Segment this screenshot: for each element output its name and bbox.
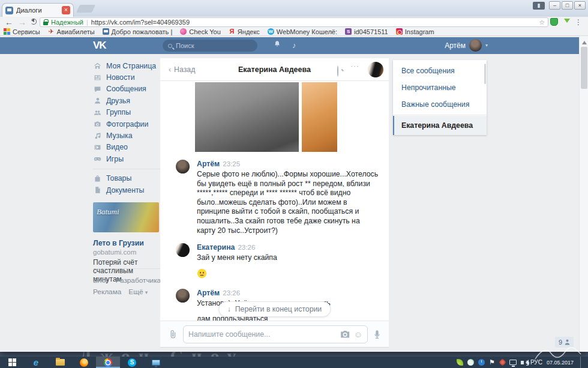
sidebar-item-games[interactable]: Игры — [93, 153, 160, 164]
avatar[interactable] — [176, 289, 190, 303]
sidebar-item-profile[interactable]: Моя Страница — [93, 60, 160, 71]
dialog-item-selected[interactable]: Екатерина Авдеева — [393, 116, 487, 135]
message: Артём23:25 Серые фото не люблю)...Формы … — [160, 152, 389, 235]
filter-all-messages[interactable]: Все сообщения — [393, 62, 487, 79]
music-icon[interactable]: ♪ — [292, 41, 296, 50]
gamepad-icon — [93, 155, 101, 163]
avatar[interactable] — [176, 160, 190, 173]
filter-important[interactable]: Важные сообщения — [393, 96, 487, 113]
footer-link-ads[interactable]: Реклама — [93, 288, 121, 296]
footer-link-developers[interactable]: Разработчикам — [116, 276, 166, 285]
sidebar-item-market[interactable]: Товары — [93, 173, 160, 184]
sidebar-item-music[interactable]: Музыка — [93, 130, 160, 141]
chat-search-icon[interactable] — [337, 66, 338, 77]
tab-close-button[interactable]: × — [62, 6, 70, 14]
vk-messages-favicon — [5, 7, 13, 14]
chat-header-avatar[interactable] — [368, 62, 383, 77]
taskbar-explorer[interactable] — [48, 357, 72, 368]
browser-tab[interactable]: Диалоги × — [2, 3, 74, 17]
browser-menu-icon[interactable]: ⋮ — [575, 17, 582, 28]
smiley-icon[interactable]: ☺ — [354, 330, 362, 339]
action-center-flag-icon[interactable]: ⚑ — [489, 359, 496, 366]
bookmark-star-icon[interactable]: ☆ — [539, 19, 545, 26]
scheduler-tray-icon[interactable] — [478, 359, 485, 366]
message-author[interactable]: Екатерина — [197, 243, 235, 252]
scrollbar-thumb[interactable] — [581, 47, 587, 89]
bookmark-vk[interactable]: Добро пожаловать | — [103, 28, 173, 35]
attachment-photo-color[interactable] — [302, 82, 337, 152]
antivirus-tray-icon[interactable] — [499, 358, 506, 366]
leaf-tray-icon[interactable] — [457, 359, 463, 366]
bookmark-webmoney[interactable]: WWebMoney Кошелё: — [268, 28, 337, 35]
taskbar-skype[interactable]: S — [120, 357, 144, 368]
chevron-down-icon: ▾ — [485, 43, 488, 48]
avatar[interactable] — [176, 243, 190, 257]
microphone-icon[interactable] — [374, 330, 380, 339]
ad-image[interactable]: Batumi — [93, 202, 159, 232]
bookmark-services[interactable]: Сервисы — [4, 28, 40, 35]
taskbar-firefox[interactable] — [72, 357, 96, 368]
vk-logo[interactable]: VK — [93, 40, 106, 52]
download-extension-icon[interactable] — [563, 18, 571, 26]
notifications-bell-icon[interactable] — [274, 40, 281, 47]
bookmark-avia[interactable]: ✈Авиабилеты — [48, 28, 95, 35]
bookmark-yandex[interactable]: ЯЯндекс — [229, 28, 260, 35]
volume-icon[interactable] — [521, 361, 524, 364]
network-icon[interactable] — [509, 360, 517, 365]
sidebar-item-groups[interactable]: Группы — [93, 107, 160, 118]
taskbar-ie[interactable]: e — [24, 357, 48, 368]
new-tab-button[interactable] — [76, 5, 95, 13]
message-input[interactable] — [188, 330, 337, 339]
vk-icon — [103, 28, 109, 35]
taskbar: e S ⚑ РУС 07.05.2017 — [0, 357, 588, 368]
reload-button[interactable] — [31, 19, 37, 25]
page-scrollbar[interactable] — [579, 36, 588, 352]
chat-message-list[interactable]: Артём23:25 Серые фото не люблю)...Формы … — [160, 82, 389, 321]
chevron-down-icon: ▾ — [145, 289, 148, 295]
camera-icon[interactable] — [341, 331, 350, 338]
footer-link-blog[interactable]: Блог — [93, 276, 109, 285]
browser-profile-button[interactable]: ▮ — [533, 2, 545, 10]
sidebar-item-docs[interactable]: Документы — [93, 184, 160, 196]
ad-domain: gobatumi.com — [93, 249, 160, 256]
filter-unread[interactable]: Непрочитанные — [393, 79, 487, 96]
url-text[interactable]: https://vk.com/im?sel=404969359 — [91, 19, 536, 26]
paperclip-icon[interactable] — [169, 330, 177, 339]
screen: Джон Сноу Диалоги × ▮ – □ × ← → Наде — [0, 0, 588, 368]
yandex-icon: Я — [229, 28, 235, 35]
vk-search-box[interactable]: Поиск — [163, 40, 257, 52]
ad-title-link[interactable]: Лето в Грузии — [93, 239, 160, 247]
message-author[interactable]: Артём — [197, 289, 220, 297]
message-input-box[interactable]: ☺ — [183, 325, 368, 343]
header-user-menu[interactable]: Артём ▾ — [445, 39, 488, 52]
bookmark-instagram[interactable]: Instagram — [396, 28, 434, 35]
adblock-shield-icon[interactable] — [550, 18, 558, 26]
scroll-up-arrow[interactable] — [582, 38, 587, 44]
bookmark-skype-id[interactable]: Sid04571511 — [345, 28, 388, 35]
forward-button[interactable]: → — [18, 17, 26, 28]
minimize-button[interactable]: – — [549, 1, 560, 10]
bookmark-checkyou[interactable]: Check You — [180, 28, 221, 35]
tab-title: Диалоги — [16, 7, 59, 14]
sidebar-item-news[interactable]: Новости — [93, 71, 160, 83]
attachment-photo-grayscale[interactable] — [195, 82, 299, 152]
online-friends-counter[interactable]: 9 — [555, 337, 574, 348]
footer-link-more[interactable]: Ещё ▾ — [128, 288, 148, 296]
message-author[interactable]: Артём — [197, 160, 220, 168]
sidebar-item-video[interactable]: Видео — [93, 142, 160, 153]
close-button[interactable]: × — [574, 1, 586, 10]
taskbar-computer[interactable] — [144, 357, 168, 368]
back-button[interactable]: ← — [5, 17, 13, 28]
taskbar-chrome-active[interactable] — [96, 357, 120, 368]
maximize-button[interactable]: □ — [562, 1, 573, 10]
panel-scrollbar[interactable] — [484, 64, 486, 84]
sidebar-item-photos[interactable]: Фотографии — [93, 118, 160, 130]
sidebar-item-messages[interactable]: Сообщения — [93, 83, 160, 95]
cloud-tray-icon[interactable] — [467, 359, 474, 366]
chat-menu-icon[interactable]: ··· — [350, 62, 359, 70]
jump-to-end-button[interactable]: ↓ Перейти в конец истории — [218, 301, 331, 317]
skype-icon: S — [128, 358, 136, 367]
address-bar[interactable]: Надежный | https://vk.com/im?sel=4049693… — [40, 17, 548, 27]
start-button[interactable] — [0, 357, 24, 368]
sidebar-item-friends[interactable]: Друзья — [93, 95, 160, 106]
